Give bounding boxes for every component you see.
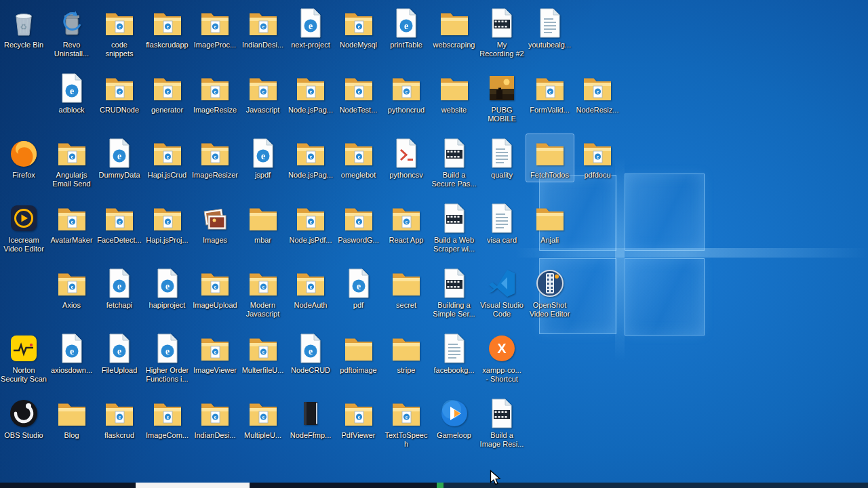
desktop-icon-pdfdocu[interactable]: epdfdocu xyxy=(574,134,621,182)
desktop-icon-visa-card[interactable]: visa card xyxy=(478,199,526,247)
desktop-icon-hapiproject[interactable]: ehapiproject xyxy=(144,264,191,312)
desktop-icon-jspdf[interactable]: ejspdf xyxy=(239,134,287,182)
desktop-icon-javascript[interactable]: eJavascript xyxy=(239,69,287,117)
desktop-icon-generator[interactable]: egenerator xyxy=(144,69,191,117)
desktop-icon-adblock[interactable]: eadblock xyxy=(48,69,96,117)
desktop-icon-texttospeech[interactable]: eTextToSpeech xyxy=(382,394,430,451)
desktop-icon-norton-security-scan[interactable]: Norton Security Scan xyxy=(0,329,47,386)
desktop-icon-firefox[interactable]: Firefox xyxy=(0,134,47,182)
js-file-icon: e xyxy=(103,267,136,300)
icon-label: FetchTodos xyxy=(530,171,569,180)
desktop-icon-printtable[interactable]: eprintTable xyxy=(382,4,430,52)
desktop-icon-anjali[interactable]: Anjali xyxy=(526,199,574,247)
desktop-icon-pythoncrud[interactable]: epythoncrud xyxy=(382,69,430,117)
desktop-icon-revo-uninstall[interactable]: Revo Uninstall... xyxy=(48,4,96,60)
taskbar[interactable] xyxy=(0,483,868,488)
desktop-icon-secret[interactable]: secret xyxy=(382,264,430,312)
desktop-icon-hapi-jscrud[interactable]: eHapi.jsCrud xyxy=(144,134,191,182)
desktop-icon-multerfileu[interactable]: eMulterfileU... xyxy=(239,329,287,377)
desktop-icon-pdfviewer[interactable]: ePdfViewer xyxy=(335,394,382,442)
desktop-icon-omeglebot[interactable]: eomeglebot xyxy=(335,134,382,182)
folder-code-icon: e xyxy=(151,137,184,169)
desktop-icon-nodemysql[interactable]: eNodeMysql xyxy=(335,4,382,52)
desktop-icon-website[interactable]: website xyxy=(431,69,478,117)
desktop-icon-blog[interactable]: Blog xyxy=(48,394,96,442)
desktop-icon-fileupload[interactable]: eFileUpload xyxy=(96,329,143,377)
desktop-icon-build-a-web-scraper-wi[interactable]: Build a Web Scraper wi... xyxy=(431,199,478,256)
icon-label: flaskcrudapp xyxy=(146,41,188,49)
desktop-icon-avatarmaker[interactable]: eAvatarMaker xyxy=(48,199,96,247)
desktop-icon-gameloop[interactable]: Gameloop xyxy=(431,394,478,442)
desktop-icon-build-a-image-resi[interactable]: Build a Image Resi... xyxy=(478,394,526,451)
taskbar-search-strip[interactable] xyxy=(136,483,250,488)
folder-icon xyxy=(390,332,422,365)
folder-code-icon: e xyxy=(294,267,327,300)
desktop-icon-my-recording-2[interactable]: My Recording #2 xyxy=(478,4,526,60)
folder-code-icon: e xyxy=(103,7,136,39)
desktop-icon-higher-order-functions-i[interactable]: eHigher Order Functions i... xyxy=(144,329,191,386)
desktop-icon-imageresizer[interactable]: eImageResizer xyxy=(191,134,239,182)
svg-text:e: e xyxy=(69,346,73,357)
doc-file-icon xyxy=(486,202,518,235)
icon-label: Hapi.jsProj... xyxy=(146,236,188,245)
desktop-icon-imageviewer[interactable]: eImageViewer xyxy=(191,329,239,377)
desktop-icon-next-project[interactable]: enext-project xyxy=(287,4,334,52)
desktop-icon-flaskcrud[interactable]: eflaskcrud xyxy=(96,394,143,442)
desktop-icon-multipleu[interactable]: eMultipleU... xyxy=(239,394,287,442)
desktop-icon-code-snippets[interactable]: ecode snippets xyxy=(96,4,143,60)
taskbar-right-strip[interactable] xyxy=(443,483,868,488)
desktop-icon-noderesiz[interactable]: eNodeResiz... xyxy=(574,69,621,117)
desktop-icon-xampp-co-shortcut[interactable]: Xxampp-co... - Shortcut xyxy=(478,329,526,386)
desktop-icon-fetchapi[interactable]: efetchapi xyxy=(96,264,143,312)
desktop-icon-images[interactable]: Images xyxy=(191,199,239,247)
desktop-icon-pdf[interactable]: epdf xyxy=(335,264,382,312)
desktop-icon-pdftoimage[interactable]: pdftoimage xyxy=(335,329,382,377)
desktop-icon-nodeauth[interactable]: eNodeAuth xyxy=(287,264,334,312)
desktop-icon-visual-studio-code[interactable]: Visual Studio Code xyxy=(478,264,526,321)
desktop-icon-indiandesi[interactable]: eIndianDesi... xyxy=(239,4,287,52)
desktop-icon-fetchtodos[interactable]: FetchTodos xyxy=(526,134,574,182)
desktop-icon-formvalid[interactable]: eFormValid... xyxy=(526,69,574,117)
desktop-icon-node-jspdf[interactable]: eNode.jsPdf... xyxy=(287,199,334,247)
desktop-icon-youtubealg[interactable]: youtubealg... xyxy=(526,4,574,52)
desktop-icon-flaskcrudapp[interactable]: eflaskcrudapp xyxy=(144,4,191,52)
desktop-icon-dummydata[interactable]: eDummyData xyxy=(96,134,143,182)
folder-icon xyxy=(534,137,566,169)
folder-code-icon: e xyxy=(151,7,184,39)
desktop-icon-nodecrud[interactable]: eNodeCRUD xyxy=(287,329,334,377)
icon-label: My Recording #2 xyxy=(479,41,524,58)
desktop-icon-imagecom[interactable]: eImageCom... xyxy=(144,394,191,442)
desktop-icon-nodetest[interactable]: eNodeTest... xyxy=(335,69,382,117)
desktop-icon-openshot-video-editor[interactable]: OpenShot Video Editor xyxy=(526,264,574,321)
taskbar-running-indicator[interactable] xyxy=(437,483,443,488)
desktop-icon-build-a-secure-pas[interactable]: Build a Secure Pas... xyxy=(431,134,478,190)
desktop-icon-building-a-simple-ser[interactable]: Building a Simple Ser... xyxy=(431,264,478,321)
desktop-icon-webscraping[interactable]: webscraping xyxy=(431,4,478,52)
desktop-icon-imageresize[interactable]: eImageResize xyxy=(191,69,239,117)
desktop-icon-node-jspag[interactable]: eNode.jsPag... xyxy=(287,134,334,182)
desktop-icon-icecream-video-editor[interactable]: Icecream Video Editor xyxy=(0,199,47,256)
desktop-icon-node-jspag[interactable]: eNode.jsPag... xyxy=(287,69,334,117)
desktop-icon-angularjs-email-send[interactable]: eAngularjs Email Send xyxy=(48,134,96,190)
desktop-icon-facedetect[interactable]: eFaceDetect... xyxy=(96,199,143,247)
desktop-icon-quality[interactable]: quality xyxy=(478,134,526,182)
desktop-icon-hapi-jsproj[interactable]: eHapi.jsProj... xyxy=(144,199,191,247)
desktop-icon-mbar[interactable]: mbar xyxy=(239,199,287,247)
desktop-icon-imageupload[interactable]: eImageUpload xyxy=(191,264,239,312)
desktop-icon-pythoncsv[interactable]: pythoncsv xyxy=(382,134,430,182)
desktop-icon-paswordg[interactable]: ePaswordG... xyxy=(335,199,382,247)
desktop-icon-modern-javascript[interactable]: eModern Javascript xyxy=(239,264,287,321)
desktop-icon-obs-studio[interactable]: OBS Studio xyxy=(0,394,47,442)
desktop-icon-axios[interactable]: eAxios xyxy=(48,264,96,312)
desktop-icon-facebookg[interactable]: facebookg... xyxy=(431,329,478,377)
desktop-icon-recycle-bin[interactable]: ♻Recycle Bin xyxy=(0,4,47,52)
desktop-icon-stripe[interactable]: stripe xyxy=(382,329,430,377)
folder-icon xyxy=(247,202,279,235)
desktop-icon-indiandesi[interactable]: eIndianDesi... xyxy=(191,394,239,442)
desktop-icon-pubg-mobile[interactable]: PUBG MOBILE xyxy=(478,69,526,125)
desktop-icon-react-app[interactable]: eReact App xyxy=(382,199,430,247)
desktop-icon-axiosdown[interactable]: eaxiosdown... xyxy=(48,329,96,377)
desktop-icon-crudnode[interactable]: eCRUDNode xyxy=(96,69,143,117)
desktop-icon-nodeffmp[interactable]: NodeFfmp... xyxy=(287,394,334,442)
desktop-icon-imageproc[interactable]: eImageProc... xyxy=(191,4,239,52)
